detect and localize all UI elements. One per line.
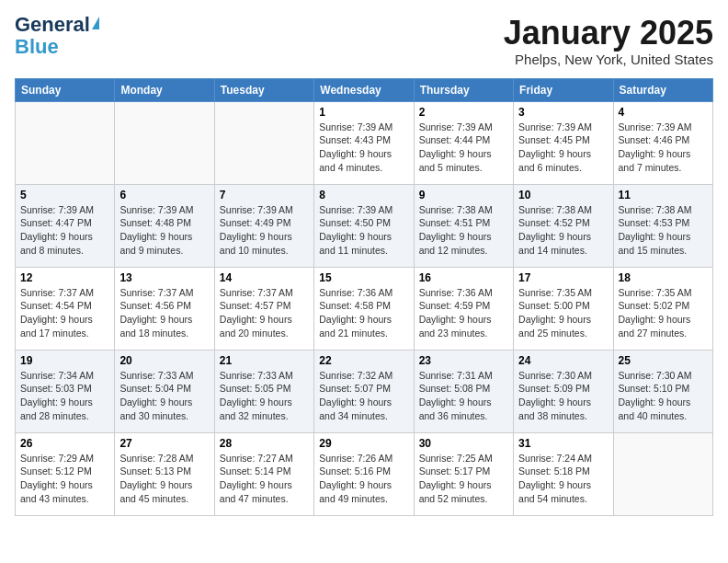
day-info: Sunrise: 7:36 AMSunset: 4:59 PMDaylight:… (419, 286, 508, 340)
col-header-wednesday: Wednesday (314, 78, 414, 101)
day-info: Sunrise: 7:30 AMSunset: 5:10 PMDaylight:… (619, 369, 708, 423)
day-info: Sunrise: 7:38 AMSunset: 4:51 PMDaylight:… (419, 203, 508, 258)
calendar-cell: 20Sunrise: 7:33 AMSunset: 5:04 PMDayligh… (115, 350, 214, 432)
day-info: Sunrise: 7:34 AMSunset: 5:03 PMDaylight:… (20, 369, 109, 423)
day-info: Sunrise: 7:39 AMSunset: 4:47 PMDaylight:… (20, 203, 109, 258)
calendar-cell: 25Sunrise: 7:30 AMSunset: 5:10 PMDayligh… (613, 350, 712, 432)
calendar-cell (613, 432, 712, 515)
day-number: 2 (419, 106, 508, 119)
calendar-cell: 1Sunrise: 7:39 AMSunset: 4:43 PMDaylight… (314, 101, 414, 184)
page-header: General Blue January 2025 Phelps, New Yo… (15, 15, 713, 67)
calendar-cell: 8Sunrise: 7:39 AMSunset: 4:50 PMDaylight… (314, 184, 414, 267)
day-number: 30 (419, 437, 508, 450)
calendar-cell: 4Sunrise: 7:39 AMSunset: 4:46 PMDaylight… (613, 101, 712, 184)
day-info: Sunrise: 7:37 AMSunset: 4:57 PMDaylight:… (220, 286, 309, 340)
calendar-cell (16, 101, 115, 184)
col-header-monday: Monday (115, 78, 214, 101)
calendar-cell: 30Sunrise: 7:25 AMSunset: 5:17 PMDayligh… (414, 432, 513, 515)
calendar-cell: 12Sunrise: 7:37 AMSunset: 4:54 PMDayligh… (16, 267, 115, 350)
day-info: Sunrise: 7:25 AMSunset: 5:17 PMDaylight:… (419, 452, 508, 506)
day-number: 7 (220, 189, 309, 201)
day-info: Sunrise: 7:39 AMSunset: 4:49 PMDaylight:… (220, 203, 309, 258)
day-info: Sunrise: 7:39 AMSunset: 4:46 PMDaylight:… (619, 121, 708, 175)
day-info: Sunrise: 7:39 AMSunset: 4:43 PMDaylight:… (319, 121, 408, 175)
day-number: 24 (518, 354, 608, 367)
calendar-cell: 2Sunrise: 7:39 AMSunset: 4:44 PMDaylight… (414, 101, 513, 184)
day-number: 26 (20, 437, 109, 450)
day-number: 13 (119, 271, 209, 284)
day-number: 21 (220, 354, 309, 367)
col-header-saturday: Saturday (613, 78, 712, 101)
calendar-cell: 3Sunrise: 7:39 AMSunset: 4:45 PMDaylight… (514, 101, 613, 184)
day-info: Sunrise: 7:24 AMSunset: 5:18 PMDaylight:… (518, 452, 608, 506)
calendar-cell: 28Sunrise: 7:27 AMSunset: 5:14 PMDayligh… (214, 432, 313, 515)
logo-blue-text: Blue (15, 35, 59, 59)
day-info: Sunrise: 7:36 AMSunset: 4:58 PMDaylight:… (319, 286, 408, 340)
day-number: 23 (419, 354, 508, 367)
day-number: 12 (20, 271, 109, 284)
calendar-cell: 31Sunrise: 7:24 AMSunset: 5:18 PMDayligh… (514, 432, 613, 515)
day-number: 11 (619, 189, 708, 201)
day-number: 1 (319, 106, 408, 119)
month-title: January 2025 (504, 15, 713, 52)
day-info: Sunrise: 7:31 AMSunset: 5:08 PMDaylight:… (419, 369, 508, 423)
day-number: 8 (319, 189, 408, 201)
day-info: Sunrise: 7:39 AMSunset: 4:48 PMDaylight:… (119, 203, 209, 258)
day-number: 14 (220, 271, 309, 284)
day-number: 5 (20, 189, 109, 201)
calendar-cell: 11Sunrise: 7:38 AMSunset: 4:53 PMDayligh… (613, 184, 712, 267)
day-number: 22 (319, 354, 408, 367)
day-number: 31 (518, 437, 608, 450)
calendar-cell: 17Sunrise: 7:35 AMSunset: 5:00 PMDayligh… (514, 267, 613, 350)
day-info: Sunrise: 7:29 AMSunset: 5:12 PMDaylight:… (20, 452, 109, 506)
calendar-cell: 26Sunrise: 7:29 AMSunset: 5:12 PMDayligh… (16, 432, 115, 515)
day-number: 6 (119, 189, 209, 201)
logo-triangle-icon (92, 17, 99, 29)
calendar-cell: 9Sunrise: 7:38 AMSunset: 4:51 PMDaylight… (414, 184, 513, 267)
calendar-cell: 14Sunrise: 7:37 AMSunset: 4:57 PMDayligh… (214, 267, 313, 350)
day-info: Sunrise: 7:28 AMSunset: 5:13 PMDaylight:… (119, 452, 209, 506)
day-info: Sunrise: 7:33 AMSunset: 5:05 PMDaylight:… (220, 369, 309, 423)
day-info: Sunrise: 7:35 AMSunset: 5:02 PMDaylight:… (619, 286, 708, 340)
calendar-cell: 18Sunrise: 7:35 AMSunset: 5:02 PMDayligh… (613, 267, 712, 350)
calendar-cell (115, 101, 214, 184)
col-header-sunday: Sunday (16, 78, 115, 101)
day-info: Sunrise: 7:30 AMSunset: 5:09 PMDaylight:… (518, 369, 608, 423)
calendar-cell: 6Sunrise: 7:39 AMSunset: 4:48 PMDaylight… (115, 184, 214, 267)
day-number: 9 (419, 189, 508, 201)
day-number: 3 (518, 106, 608, 119)
day-number: 15 (319, 271, 408, 284)
calendar-cell: 27Sunrise: 7:28 AMSunset: 5:13 PMDayligh… (115, 432, 214, 515)
day-info: Sunrise: 7:39 AMSunset: 4:44 PMDaylight:… (419, 121, 508, 175)
day-info: Sunrise: 7:26 AMSunset: 5:16 PMDaylight:… (319, 452, 408, 506)
calendar-cell: 22Sunrise: 7:32 AMSunset: 5:07 PMDayligh… (314, 350, 414, 432)
day-number: 28 (220, 437, 309, 450)
calendar-cell: 16Sunrise: 7:36 AMSunset: 4:59 PMDayligh… (414, 267, 513, 350)
calendar-cell: 24Sunrise: 7:30 AMSunset: 5:09 PMDayligh… (514, 350, 613, 432)
day-info: Sunrise: 7:33 AMSunset: 5:04 PMDaylight:… (119, 369, 209, 423)
day-number: 29 (319, 437, 408, 450)
calendar-cell: 29Sunrise: 7:26 AMSunset: 5:16 PMDayligh… (314, 432, 414, 515)
day-info: Sunrise: 7:39 AMSunset: 4:45 PMDaylight:… (518, 121, 608, 175)
calendar-cell: 5Sunrise: 7:39 AMSunset: 4:47 PMDaylight… (16, 184, 115, 267)
day-number: 4 (619, 106, 708, 119)
day-number: 16 (419, 271, 508, 284)
day-info: Sunrise: 7:38 AMSunset: 4:53 PMDaylight:… (619, 203, 708, 258)
calendar-table: SundayMondayTuesdayWednesdayThursdayFrid… (15, 78, 713, 516)
day-info: Sunrise: 7:37 AMSunset: 4:56 PMDaylight:… (119, 286, 209, 340)
day-number: 10 (518, 189, 608, 201)
col-header-tuesday: Tuesday (214, 78, 313, 101)
calendar-cell: 23Sunrise: 7:31 AMSunset: 5:08 PMDayligh… (414, 350, 513, 432)
calendar-cell: 21Sunrise: 7:33 AMSunset: 5:05 PMDayligh… (214, 350, 313, 432)
day-info: Sunrise: 7:38 AMSunset: 4:52 PMDaylight:… (518, 203, 608, 258)
calendar-cell: 7Sunrise: 7:39 AMSunset: 4:49 PMDaylight… (214, 184, 313, 267)
calendar-cell: 13Sunrise: 7:37 AMSunset: 4:56 PMDayligh… (115, 267, 214, 350)
day-number: 18 (619, 271, 708, 284)
calendar-cell: 10Sunrise: 7:38 AMSunset: 4:52 PMDayligh… (514, 184, 613, 267)
day-number: 17 (518, 271, 608, 284)
day-info: Sunrise: 7:37 AMSunset: 4:54 PMDaylight:… (20, 286, 109, 340)
day-info: Sunrise: 7:27 AMSunset: 5:14 PMDaylight:… (220, 452, 309, 506)
calendar-cell: 15Sunrise: 7:36 AMSunset: 4:58 PMDayligh… (314, 267, 414, 350)
logo: General Blue (15, 15, 99, 59)
title-block: January 2025 Phelps, New York, United St… (504, 15, 713, 67)
